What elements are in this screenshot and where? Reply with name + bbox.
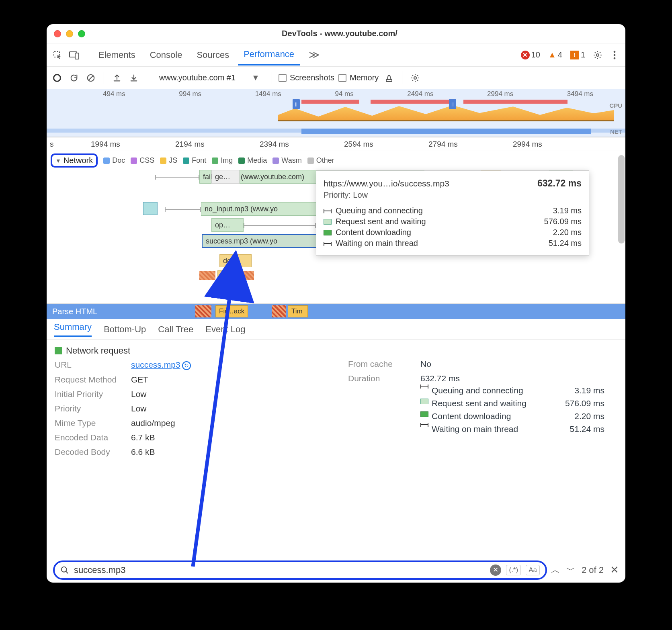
summary-heading: Network request (55, 346, 324, 356)
request-bar[interactable]: desk (219, 254, 252, 267)
performance-toolbar: www.youtube.com #1▼ Screenshots Memory (47, 67, 625, 89)
duration-swatch-icon (420, 411, 428, 417)
svg-line-8 (89, 76, 93, 80)
overview-handle-left[interactable]: || (293, 99, 300, 109)
next-match-icon[interactable]: ﹀ (566, 564, 575, 576)
legend-other: Other (307, 156, 334, 165)
clear-search-icon[interactable]: ✕ (490, 565, 501, 576)
legend-media: Media (238, 156, 267, 165)
flame-chip[interactable]: Tim (288, 305, 308, 317)
more-tabs-icon[interactable]: ≫ (303, 44, 325, 66)
match-count: 2 of 2 (582, 565, 604, 575)
record-icon[interactable] (51, 72, 64, 84)
tab-event-log[interactable]: Event Log (205, 324, 245, 335)
tab-bottom-up[interactable]: Bottom-Up (104, 324, 146, 335)
minimize-icon[interactable] (66, 30, 73, 37)
svg-point-5 (614, 54, 616, 56)
settings-icon[interactable] (591, 48, 604, 62)
request-url-link[interactable]: success.mp3 (131, 360, 180, 369)
download-icon[interactable] (127, 72, 140, 84)
reveal-icon[interactable]: ↻ (182, 361, 191, 370)
tab-call-tree[interactable]: Call Tree (158, 324, 193, 335)
request-bar[interactable]: ge… (211, 170, 240, 184)
network-tooltip: https://www.you…io/success.mp3632.72 ms … (316, 170, 589, 256)
search-input[interactable] (74, 565, 485, 575)
summary-pane: Network request URL success.mp3↻ Request… (47, 340, 625, 462)
ruler: s 1994 ms 2194 ms 2394 ms 2594 ms 2794 m… (47, 137, 625, 151)
svg-rect-9 (386, 80, 392, 82)
panel-tabbar: Elements Console Sources Performance ≫ ✕… (47, 43, 625, 67)
device-toggle-icon[interactable] (68, 48, 81, 62)
collect-garbage-icon[interactable] (383, 72, 395, 84)
svg-point-11 (61, 567, 67, 572)
triangle-down-icon: ▼ (55, 158, 61, 164)
duration-swatch-icon (420, 424, 428, 425)
issue-count[interactable]: !1 (570, 50, 585, 59)
window-controls (54, 30, 85, 37)
legend-wasm: Wasm (272, 156, 301, 165)
tab-elements[interactable]: Elements (93, 45, 141, 65)
legend-css: CSS (131, 156, 154, 165)
close-icon[interactable] (54, 30, 61, 37)
search-bar: ✕ (.*) Aa ︿ ﹀ 2 of 2 ✕ (47, 557, 625, 583)
prev-match-icon[interactable]: ︿ (551, 564, 560, 576)
overview-handle-right[interactable]: || (449, 99, 456, 109)
request-bar-selected[interactable]: success.mp3 (www.yo (202, 234, 318, 248)
legend-js: JS (160, 156, 177, 165)
warning-count[interactable]: ▲4 (548, 50, 562, 59)
category-swatch-icon (55, 347, 62, 354)
network-section-toggle[interactable]: ▼Network (51, 153, 98, 168)
overview-ticks: 494 ms994 ms1494 ms 94 ms2494 ms2994 ms3… (47, 90, 625, 98)
request-bar[interactable]: op… (211, 218, 244, 232)
svg-rect-2 (75, 53, 79, 59)
request-bar[interactable] (143, 202, 158, 215)
capture-settings-icon[interactable] (409, 72, 422, 84)
svg-line-12 (66, 571, 68, 573)
reload-icon[interactable] (68, 72, 80, 84)
titlebar: DevTools - www.youtube.com/ (47, 24, 625, 43)
overview-timeline[interactable]: 494 ms994 ms1494 ms 94 ms2494 ms2994 ms3… (47, 89, 625, 137)
zoom-icon[interactable] (78, 30, 85, 37)
recording-select[interactable]: www.youtube.com #1▼ (154, 73, 265, 82)
details-tabs: Summary Bottom-Up Call Tree Event Log (47, 319, 625, 340)
tab-sources[interactable]: Sources (191, 45, 235, 65)
devtools-window: DevTools - www.youtube.com/ Elements Con… (47, 24, 625, 583)
duration-swatch-icon (420, 386, 428, 387)
clear-icon[interactable] (84, 72, 97, 84)
network-track: ▼Network Doc CSS JS Font Img Media Wasm … (47, 151, 625, 304)
svg-point-3 (596, 54, 599, 56)
legend-doc: Doc (103, 156, 125, 165)
svg-point-4 (614, 51, 616, 53)
request-bar[interactable]: no_input.mp3 (www.yo (201, 202, 318, 216)
kebab-menu-icon[interactable] (608, 48, 621, 62)
legend-font: Font (183, 156, 206, 165)
tab-console[interactable]: Console (144, 45, 188, 65)
main-thread-row[interactable]: Parse HTML Fir…ack Tim (47, 304, 625, 319)
duration-swatch-icon (420, 399, 428, 404)
upload-icon[interactable] (111, 72, 123, 84)
legend-img: Img (212, 156, 233, 165)
flame-chip[interactable]: Fir…ack (215, 305, 248, 317)
tab-performance[interactable]: Performance (238, 44, 300, 65)
window-title: DevTools - www.youtube.com/ (85, 29, 594, 38)
cpu-label: CPU (609, 102, 622, 109)
memory-checkbox[interactable]: Memory (338, 73, 379, 82)
scrollbar[interactable] (618, 155, 625, 243)
search-icon (60, 566, 69, 575)
svg-point-6 (614, 57, 616, 59)
close-search-icon[interactable]: ✕ (610, 564, 619, 576)
case-toggle[interactable]: Aa (526, 565, 540, 575)
request-bar[interactable] (217, 270, 238, 283)
svg-point-10 (414, 77, 416, 79)
regex-toggle[interactable]: (.*) (506, 565, 521, 575)
error-count[interactable]: ✕10 (521, 50, 540, 59)
inspect-element-icon[interactable] (51, 48, 64, 62)
screenshots-checkbox[interactable]: Screenshots (279, 73, 334, 82)
tab-summary[interactable]: Summary (54, 322, 92, 337)
